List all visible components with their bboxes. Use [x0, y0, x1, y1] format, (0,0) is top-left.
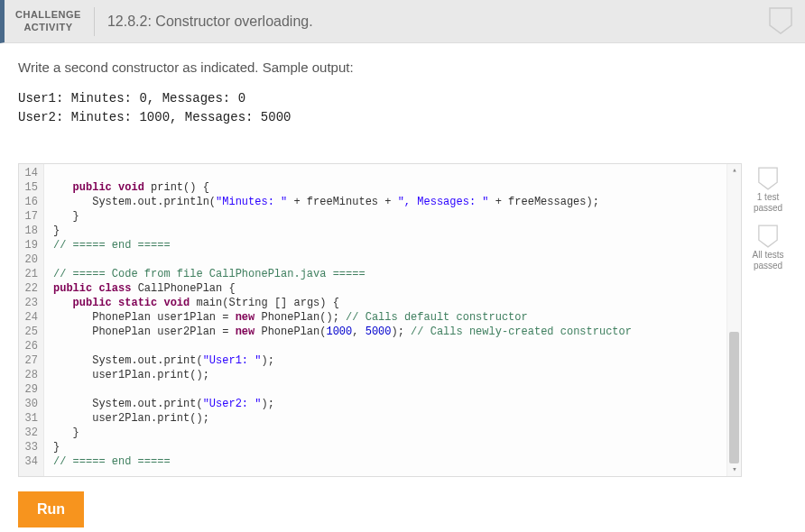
code-line[interactable]: // ===== end =====: [53, 454, 741, 469]
code-area[interactable]: public void print() { System.out.println…: [44, 164, 741, 476]
test-status-all: All tests passed: [749, 225, 787, 271]
vertical-scrollbar[interactable]: ▴ ▾: [726, 164, 741, 476]
test-status-column: 1 test passed All tests passed: [742, 163, 787, 279]
code-line[interactable]: user2Plan.print();: [53, 411, 741, 426]
code-line[interactable]: user1Plan.print();: [53, 368, 741, 382]
challenge-label: CHALLENGE ACTIVITY: [5, 7, 95, 36]
code-line[interactable]: public class CallPhonePlan {: [53, 281, 741, 296]
code-line[interactable]: public void print() {: [53, 180, 741, 195]
code-line[interactable]: System.out.print("User2: ");: [53, 397, 741, 411]
code-line[interactable]: // ===== end =====: [53, 238, 741, 252]
scroll-up-arrow[interactable]: ▴: [727, 164, 741, 177]
code-editor[interactable]: 1415161718192021222324252627282930313233…: [18, 163, 742, 477]
shield-icon: [758, 167, 778, 190]
shield-icon: [758, 225, 778, 248]
completion-badge: [769, 7, 792, 37]
test-status-1: 1 test passed: [749, 167, 787, 214]
code-line[interactable]: [53, 166, 741, 180]
run-button[interactable]: Run: [18, 491, 84, 527]
challenge-content: Write a second constructor as indicated.…: [0, 43, 805, 532]
code-line[interactable]: public static void main(String [] args) …: [53, 296, 741, 310]
code-line[interactable]: [53, 382, 741, 397]
code-line[interactable]: System.out.println("Minutes: " + freeMin…: [53, 195, 741, 209]
sample-output: User1: Minutes: 0, Messages: 0 User2: Mi…: [18, 89, 787, 127]
instructions-text: Write a second constructor as indicated.…: [18, 60, 787, 75]
workspace: 1415161718192021222324252627282930313233…: [18, 163, 787, 477]
code-line[interactable]: PhonePlan user2Plan = new PhonePlan(1000…: [53, 325, 741, 339]
run-row: Run: [18, 491, 787, 527]
code-line[interactable]: }: [53, 224, 741, 238]
test-status-label: 1 test passed: [749, 192, 787, 214]
code-line[interactable]: PhonePlan user1Plan = new PhonePlan(); /…: [53, 310, 741, 325]
code-line[interactable]: System.out.print("User1: ");: [53, 353, 741, 368]
code-line[interactable]: [53, 339, 741, 353]
code-line[interactable]: }: [53, 426, 741, 440]
scroll-thumb[interactable]: [729, 332, 739, 463]
code-line[interactable]: // ===== Code from file CallPhonePlan.ja…: [53, 267, 741, 281]
code-line[interactable]: [53, 252, 741, 267]
shield-icon: [769, 7, 792, 34]
challenge-header: CHALLENGE ACTIVITY 12.8.2: Constructor o…: [0, 0, 805, 43]
challenge-title: 12.8.2: Constructor overloading.: [95, 14, 313, 30]
test-status-label: All tests passed: [749, 250, 787, 271]
code-editor-viewport[interactable]: 1415161718192021222324252627282930313233…: [19, 164, 741, 476]
line-gutter: 1415161718192021222324252627282930313233…: [19, 164, 44, 476]
code-line[interactable]: }: [53, 440, 741, 454]
challenge-label-line1: CHALLENGE: [15, 9, 81, 21]
scroll-down-arrow[interactable]: ▾: [727, 463, 741, 476]
code-line[interactable]: }: [53, 209, 741, 224]
challenge-label-line2: ACTIVITY: [23, 22, 72, 33]
